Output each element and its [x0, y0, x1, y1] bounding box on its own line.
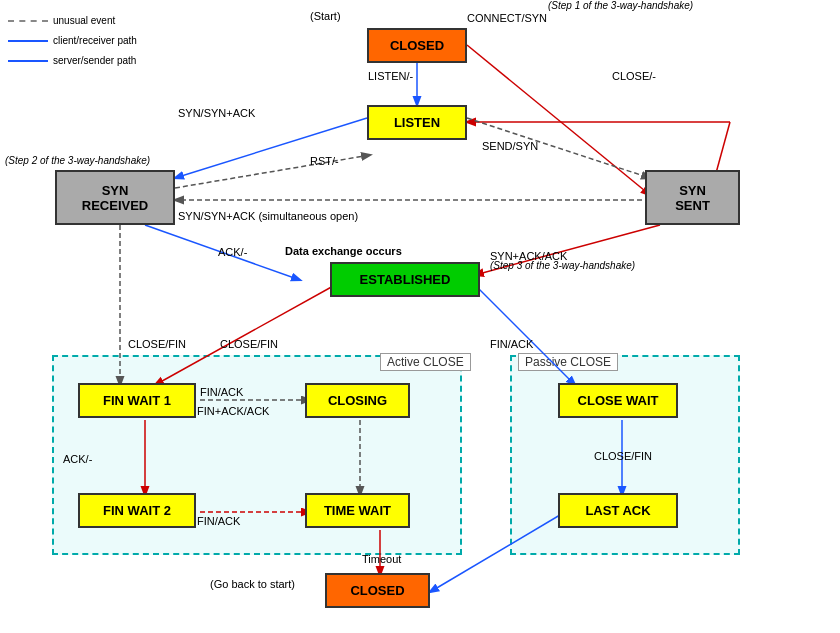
label-fin-ack3: FIN/ACK	[197, 515, 240, 527]
state-last-ack-label: LAST ACK	[585, 503, 650, 518]
label-step3: (Step 3 of the 3-way-handshake)	[490, 260, 635, 271]
label-go-back: (Go back to start)	[210, 578, 295, 590]
label-ack-dash2: ACK/-	[63, 453, 92, 465]
svg-line-7	[175, 118, 367, 178]
state-closing-label: CLOSING	[328, 393, 387, 408]
legend-unusual: unusual event	[53, 12, 115, 30]
state-fin-wait-2: FIN WAIT 2	[78, 493, 196, 528]
label-close-top: CLOSE/-	[612, 70, 656, 82]
state-listen-label: LISTEN	[394, 115, 440, 130]
label-step1: (Step 1 of the 3-way-handshake)	[548, 0, 693, 11]
label-step2: (Step 2 of the 3-way-handshake)	[5, 155, 150, 166]
state-syn-received-label: SYNRECEIVED	[82, 183, 148, 213]
state-closed-bottom-label: CLOSED	[350, 583, 404, 598]
label-start: (Start)	[310, 10, 341, 22]
state-fin-wait-1: FIN WAIT 1	[78, 383, 196, 418]
label-listen-self: LISTEN/-	[368, 70, 413, 82]
state-time-wait: TIME WAIT	[305, 493, 410, 528]
label-syn-syn-ack2: SYN/SYN+ACK (simultaneous open)	[178, 210, 358, 222]
state-established: ESTABLISHED	[330, 262, 480, 297]
passive-close-label: Passive CLOSE	[518, 353, 618, 371]
active-close-label: Active CLOSE	[380, 353, 471, 371]
state-closed-top: CLOSED	[367, 28, 467, 63]
legend-client: client/receiver path	[53, 32, 137, 50]
label-close-fin1: CLOSE/FIN	[128, 338, 186, 350]
label-ack-dash: ACK/-	[218, 246, 247, 258]
state-syn-received: SYNRECEIVED	[55, 170, 175, 225]
svg-line-5	[175, 155, 370, 188]
label-fin-ack-ack: FIN+ACK/ACK	[197, 405, 269, 417]
tcp-state-diagram: unusual event client/receiver path serve…	[0, 0, 840, 633]
label-close-fin2: CLOSE/FIN	[220, 338, 278, 350]
svg-line-0	[467, 45, 650, 195]
state-fin-wait-2-label: FIN WAIT 2	[103, 503, 171, 518]
label-fin-ack2: FIN/ACK	[200, 386, 243, 398]
state-closed-bottom: CLOSED	[325, 573, 430, 608]
state-closing: CLOSING	[305, 383, 410, 418]
label-send-syn: SEND/SYN	[482, 140, 538, 152]
label-timeout: Timeout	[362, 553, 401, 565]
legend: unusual event client/receiver path serve…	[8, 12, 137, 72]
state-established-label: ESTABLISHED	[360, 272, 451, 287]
label-close-fin3: CLOSE/FIN	[594, 450, 652, 462]
state-syn-sent: SYNSENT	[645, 170, 740, 225]
state-syn-sent-label: SYNSENT	[675, 183, 710, 213]
legend-server: server/sender path	[53, 52, 136, 70]
label-fin-ack1: FIN/ACK	[490, 338, 533, 350]
state-last-ack: LAST ACK	[558, 493, 678, 528]
state-closed-top-label: CLOSED	[390, 38, 444, 53]
state-fin-wait-1-label: FIN WAIT 1	[103, 393, 171, 408]
state-close-wait-label: CLOSE WAIT	[578, 393, 659, 408]
state-listen: LISTEN	[367, 105, 467, 140]
state-close-wait: CLOSE WAIT	[558, 383, 678, 418]
label-syn-syn-ack: SYN/SYN+ACK	[178, 107, 255, 119]
label-data-exchange: Data exchange occurs	[285, 245, 402, 257]
label-connect-syn: CONNECT/SYN	[467, 12, 547, 24]
label-rst: RST/-	[310, 155, 339, 167]
state-time-wait-label: TIME WAIT	[324, 503, 391, 518]
